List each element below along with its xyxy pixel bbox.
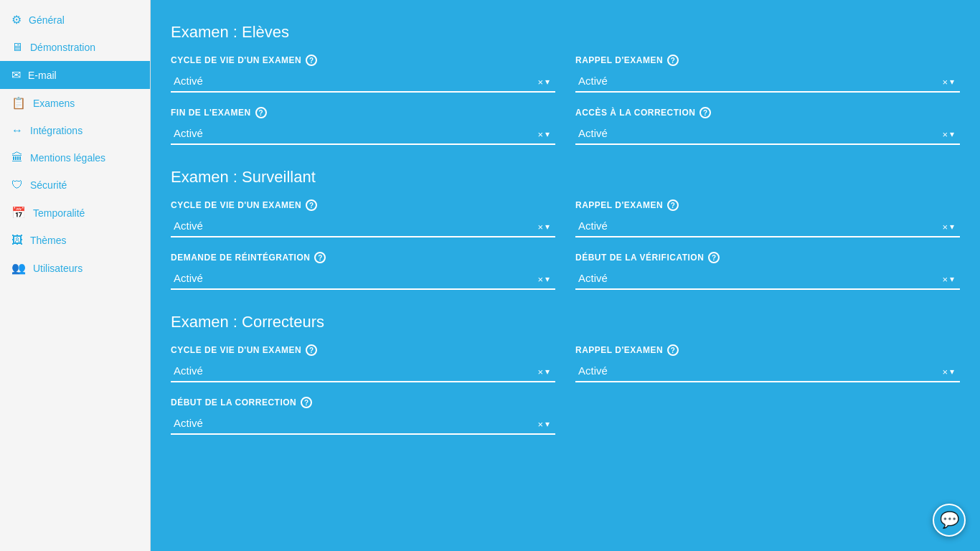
- help-icon-cycle-vie-surveillant[interactable]: ?: [306, 199, 317, 211]
- help-icon-debut-verification[interactable]: ?: [708, 252, 720, 263]
- sidebar-item-label: Démonstration: [30, 42, 95, 53]
- examens-icon: 📋: [11, 96, 26, 110]
- field-label-debut-verification: DÉBUT DE LA VÉRIFICATION ?: [575, 252, 960, 263]
- field-group-rappel-examen-eleves: RAPPEL D'EXAMEN ?ActivéDésactivé×▾: [575, 55, 960, 93]
- sidebar-item-securite[interactable]: 🛡 Sécurité: [0, 171, 150, 199]
- select-wrapper-debut-correction: ActivéDésactivé×▾: [171, 413, 555, 435]
- field-group-cycle-vie-eleves: CYCLE DE VIE D'UN EXAMEN ?ActivéDésactiv…: [171, 55, 555, 93]
- help-icon-fin-examen-eleves[interactable]: ?: [255, 107, 267, 118]
- fields-grid-correcteurs: CYCLE DE VIE D'UN EXAMEN ?ActivéDésactiv…: [171, 344, 960, 435]
- section-title-surveillant: Examen : Surveillant: [171, 168, 960, 187]
- sidebar-item-label: Intégrations: [30, 125, 83, 136]
- select-rappel-examen-correcteurs[interactable]: ActivéDésactivé: [575, 360, 960, 382]
- sidebar-item-email[interactable]: ✉ E-mail: [0, 61, 150, 89]
- select-clear-fin-examen-eleves[interactable]: ×: [537, 128, 543, 139]
- field-group-debut-verification: DÉBUT DE LA VÉRIFICATION ?ActivéDésactiv…: [575, 252, 960, 290]
- sidebar-item-mentions[interactable]: 🏛 Mentions légales: [0, 144, 150, 171]
- select-clear-debut-correction[interactable]: ×: [537, 418, 543, 429]
- select-clear-rappel-examen-surveillant[interactable]: ×: [942, 221, 948, 232]
- mentions-icon: 🏛: [11, 151, 23, 164]
- sidebar-item-demonstration[interactable]: 🖥 Démonstration: [0, 34, 150, 61]
- sidebar-item-label: Thèmes: [30, 235, 67, 246]
- select-wrapper-debut-verification: ActivéDésactivé×▾: [575, 268, 960, 290]
- utilisateurs-icon: 👥: [11, 261, 26, 275]
- select-wrapper-acces-correction-eleves: ActivéDésactivé×▾: [575, 123, 960, 145]
- select-clear-acces-correction-eleves[interactable]: ×: [942, 128, 948, 139]
- field-group-fin-examen-eleves: FIN DE L'EXAMEN ?ActivéDésactivé×▾: [171, 107, 555, 145]
- sidebar-item-integrations[interactable]: ↔ Intégrations: [0, 117, 150, 144]
- sidebar-item-label: E-mail: [28, 70, 57, 81]
- select-debut-correction[interactable]: ActivéDésactivé: [171, 413, 555, 435]
- sidebar-item-label: Utilisateurs: [33, 263, 83, 274]
- field-label-rappel-examen-eleves: RAPPEL D'EXAMEN ?: [575, 55, 960, 66]
- select-wrapper-cycle-vie-surveillant: ActivéDésactivé×▾: [171, 215, 555, 237]
- select-cycle-vie-correcteurs[interactable]: ActivéDésactivé: [171, 360, 555, 382]
- themes-icon: 🖼: [11, 234, 23, 247]
- sidebar-item-label: Sécurité: [30, 179, 67, 191]
- select-fin-examen-eleves[interactable]: ActivéDésactivé: [171, 123, 555, 145]
- select-demande-reintegration[interactable]: ActivéDésactivé: [171, 268, 555, 290]
- section-title-eleves: Examen : Elèves: [171, 23, 960, 42]
- sidebar-item-examens[interactable]: 📋 Examens: [0, 89, 150, 117]
- field-group-debut-correction: DÉBUT DE LA CORRECTION ?ActivéDésactivé×…: [171, 397, 555, 435]
- field-label-rappel-examen-correcteurs: RAPPEL D'EXAMEN ?: [575, 344, 960, 356]
- help-icon-acces-correction-eleves[interactable]: ?: [699, 107, 711, 118]
- sidebar-item-label: Général: [29, 14, 65, 26]
- field-group-demande-reintegration: DEMANDE DE RÉINTÉGRATION ?ActivéDésactiv…: [171, 252, 555, 290]
- sidebar-item-general[interactable]: ⚙ Général: [0, 6, 150, 34]
- select-debut-verification[interactable]: ActivéDésactivé: [575, 268, 960, 290]
- field-group-cycle-vie-correcteurs: CYCLE DE VIE D'UN EXAMEN ?ActivéDésactiv…: [171, 344, 555, 382]
- field-group-acces-correction-eleves: ACCÈS À LA CORRECTION ?ActivéDésactivé×▾: [575, 107, 960, 145]
- fields-grid-eleves: CYCLE DE VIE D'UN EXAMEN ?ActivéDésactiv…: [171, 55, 960, 145]
- sidebar-item-temporalite[interactable]: 📅 Temporalité: [0, 199, 150, 227]
- field-group-cycle-vie-surveillant: CYCLE DE VIE D'UN EXAMEN ?ActivéDésactiv…: [171, 199, 555, 237]
- sidebar-item-utilisateurs[interactable]: 👥 Utilisateurs: [0, 254, 150, 282]
- help-icon-cycle-vie-correcteurs[interactable]: ?: [306, 344, 317, 356]
- field-label-cycle-vie-eleves: CYCLE DE VIE D'UN EXAMEN ?: [171, 55, 555, 66]
- select-clear-rappel-examen-correcteurs[interactable]: ×: [942, 366, 948, 377]
- select-clear-rappel-examen-eleves[interactable]: ×: [942, 76, 948, 87]
- select-clear-cycle-vie-correcteurs[interactable]: ×: [537, 366, 543, 377]
- help-icon-rappel-examen-eleves[interactable]: ?: [667, 55, 679, 66]
- sidebar-item-label: Mentions légales: [30, 152, 105, 164]
- field-group-rappel-examen-surveillant: RAPPEL D'EXAMEN ?ActivéDésactivé×▾: [575, 199, 960, 237]
- select-clear-cycle-vie-eleves[interactable]: ×: [537, 76, 543, 87]
- select-clear-demande-reintegration[interactable]: ×: [537, 273, 543, 284]
- select-wrapper-cycle-vie-eleves: ActivéDésactivé×▾: [171, 70, 555, 93]
- help-icon-rappel-examen-correcteurs[interactable]: ?: [667, 344, 679, 356]
- help-icon-rappel-examen-surveillant[interactable]: ?: [667, 199, 679, 211]
- select-clear-debut-verification[interactable]: ×: [942, 273, 948, 284]
- main-content: Examen : ElèvesCYCLE DE VIE D'UN EXAMEN …: [151, 0, 980, 551]
- select-wrapper-rappel-examen-eleves: ActivéDésactivé×▾: [575, 70, 960, 93]
- select-rappel-examen-eleves[interactable]: ActivéDésactivé: [575, 70, 960, 93]
- field-label-debut-correction: DÉBUT DE LA CORRECTION ?: [171, 397, 555, 408]
- email-icon: ✉: [11, 68, 21, 82]
- sidebar-item-label: Temporalité: [33, 207, 85, 219]
- select-wrapper-demande-reintegration: ActivéDésactivé×▾: [171, 268, 555, 290]
- fields-grid-surveillant: CYCLE DE VIE D'UN EXAMEN ?ActivéDésactiv…: [171, 199, 960, 290]
- integrations-icon: ↔: [11, 124, 23, 137]
- sidebar-item-themes[interactable]: 🖼 Thèmes: [0, 227, 150, 254]
- temporalite-icon: 📅: [11, 206, 26, 220]
- general-icon: ⚙: [11, 13, 22, 27]
- field-label-fin-examen-eleves: FIN DE L'EXAMEN ?: [171, 107, 555, 118]
- help-icon-debut-correction[interactable]: ?: [301, 397, 312, 408]
- select-clear-cycle-vie-surveillant[interactable]: ×: [537, 221, 543, 232]
- section-title-correcteurs: Examen : Correcteurs: [171, 313, 960, 331]
- help-icon-demande-reintegration[interactable]: ?: [314, 252, 326, 263]
- select-cycle-vie-surveillant[interactable]: ActivéDésactivé: [171, 215, 555, 237]
- select-wrapper-rappel-examen-correcteurs: ActivéDésactivé×▾: [575, 360, 960, 382]
- select-acces-correction-eleves[interactable]: ActivéDésactivé: [575, 123, 960, 145]
- select-rappel-examen-surveillant[interactable]: ActivéDésactivé: [575, 215, 960, 237]
- demonstration-icon: 🖥: [11, 41, 23, 54]
- select-cycle-vie-eleves[interactable]: ActivéDésactivé: [171, 70, 555, 93]
- sidebar: ⚙ Général 🖥 Démonstration ✉ E-mail 📋 Exa…: [0, 0, 151, 551]
- field-label-cycle-vie-surveillant: CYCLE DE VIE D'UN EXAMEN ?: [171, 199, 555, 211]
- help-icon-cycle-vie-eleves[interactable]: ?: [306, 55, 317, 66]
- chat-button[interactable]: 💬: [933, 504, 966, 537]
- field-label-demande-reintegration: DEMANDE DE RÉINTÉGRATION ?: [171, 252, 555, 263]
- field-label-rappel-examen-surveillant: RAPPEL D'EXAMEN ?: [575, 199, 960, 211]
- select-wrapper-cycle-vie-correcteurs: ActivéDésactivé×▾: [171, 360, 555, 382]
- field-label-acces-correction-eleves: ACCÈS À LA CORRECTION ?: [575, 107, 960, 118]
- sidebar-item-label: Examens: [33, 98, 75, 109]
